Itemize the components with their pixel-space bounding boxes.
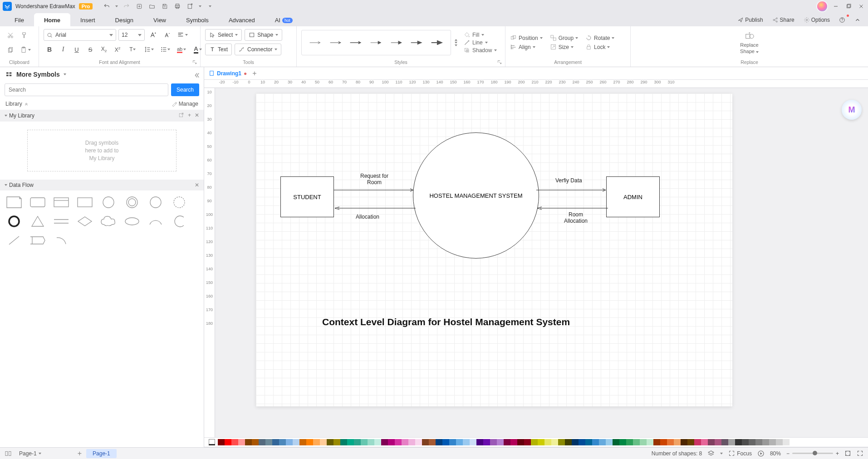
layers-icon[interactable] (707, 450, 715, 457)
add-icon[interactable]: + (188, 112, 191, 119)
share-button[interactable]: Share (770, 15, 797, 24)
paste-button[interactable] (18, 44, 33, 56)
color-swatch[interactable] (647, 439, 653, 445)
fill-button[interactable]: Fill (464, 32, 497, 38)
shape-circle-bold[interactable] (5, 214, 24, 229)
add-page-button[interactable]: + (78, 449, 82, 458)
increase-font-button[interactable] (147, 29, 159, 41)
color-swatch[interactable] (422, 439, 429, 445)
menu-advanced[interactable]: Advanced (219, 13, 265, 26)
color-swatch[interactable] (667, 439, 674, 445)
menu-home[interactable]: Home (34, 13, 70, 26)
doc-tab[interactable]: Drawing1 ● (209, 70, 247, 77)
color-swatch[interactable] (361, 439, 368, 445)
color-swatch[interactable] (606, 439, 613, 445)
menu-insert[interactable]: Insert (70, 13, 105, 26)
label-alloc[interactable]: Allocation (356, 214, 379, 220)
color-swatch[interactable] (313, 439, 320, 445)
color-swatch[interactable] (293, 439, 299, 445)
decrease-font-button[interactable] (161, 29, 173, 41)
menu-ai[interactable]: AI hot (265, 13, 303, 26)
minimize-button[interactable] (832, 2, 840, 10)
line-spacing-button[interactable] (142, 44, 156, 55)
user-avatar[interactable] (817, 1, 827, 11)
strikethrough-button[interactable]: S (84, 44, 96, 55)
shape-tool[interactable]: Shape (245, 29, 282, 41)
color-swatch[interactable] (504, 439, 510, 445)
italic-button[interactable]: I (57, 44, 69, 55)
color-swatch[interactable] (218, 439, 225, 445)
connector-tool[interactable]: Connector (235, 44, 281, 55)
size-button[interactable]: Size (550, 44, 578, 50)
undo-button[interactable] (103, 2, 111, 10)
color-swatch[interactable] (599, 439, 606, 445)
color-swatch[interactable] (408, 439, 415, 445)
color-swatch[interactable] (354, 439, 361, 445)
maximize-button[interactable] (844, 2, 853, 10)
color-swatch[interactable] (687, 439, 694, 445)
color-swatch[interactable] (415, 439, 422, 445)
position-button[interactable]: Position (510, 34, 543, 41)
color-swatch[interactable] (395, 439, 402, 445)
bold-button[interactable]: B (44, 44, 55, 55)
copy-button[interactable] (5, 44, 16, 56)
color-swatch[interactable] (572, 439, 579, 445)
pages-icon[interactable] (5, 450, 12, 457)
arrow-alloc[interactable] (334, 206, 416, 210)
color-swatch[interactable] (517, 439, 524, 445)
focus-button[interactable]: Focus (728, 450, 752, 457)
page-dropdown[interactable]: Page-1 (16, 449, 73, 458)
bullets-button[interactable] (158, 44, 172, 55)
color-swatch[interactable] (721, 439, 728, 445)
diagram-title[interactable]: Context Level Diagram for Hostel Managem… (322, 317, 570, 327)
color-swatch[interactable] (551, 439, 558, 445)
subscript-button[interactable]: X2 (98, 44, 110, 55)
format-painter-button[interactable] (18, 29, 30, 41)
color-swatch[interactable] (476, 439, 483, 445)
color-swatch[interactable] (470, 439, 476, 445)
select-tool[interactable]: Select (205, 29, 242, 41)
color-swatch[interactable] (306, 439, 313, 445)
color-swatch[interactable] (585, 439, 592, 445)
rotate-button[interactable]: Rotate (585, 34, 614, 41)
shape-double-line[interactable] (52, 214, 71, 229)
color-swatch[interactable] (429, 439, 436, 445)
color-swatch[interactable] (565, 439, 572, 445)
collapse-ribbon[interactable] (852, 15, 863, 24)
fit-page-icon[interactable] (844, 450, 851, 457)
color-swatch[interactable] (735, 439, 742, 445)
shape-circle[interactable] (99, 195, 118, 210)
shape-circle-thin[interactable] (146, 195, 165, 210)
color-swatch[interactable] (374, 439, 381, 445)
color-swatch[interactable] (381, 439, 388, 445)
shape-line[interactable] (5, 233, 24, 248)
shape-circle-dash[interactable] (170, 195, 189, 210)
color-swatch[interactable] (674, 439, 681, 445)
color-swatch[interactable] (776, 439, 783, 445)
color-swatch[interactable] (783, 439, 790, 445)
line-button[interactable]: Line (464, 39, 497, 46)
color-swatch[interactable] (231, 439, 238, 445)
fill-indicator[interactable] (208, 438, 216, 446)
close-button[interactable] (857, 2, 865, 10)
styles-launcher[interactable] (497, 59, 502, 65)
color-swatch[interactable] (510, 439, 517, 445)
color-swatch[interactable] (694, 439, 701, 445)
color-swatch[interactable] (531, 439, 538, 445)
font-launcher[interactable] (192, 59, 197, 65)
zoom-in[interactable]: + (836, 450, 839, 457)
shape-cloud[interactable] (99, 214, 118, 229)
color-swatch[interactable] (660, 439, 667, 445)
menu-view[interactable]: View (143, 13, 176, 26)
text-align-button[interactable] (175, 29, 190, 41)
color-swatch[interactable] (327, 439, 333, 445)
panel-header[interactable]: More Symbols (0, 67, 204, 82)
add-tab-button[interactable]: + (252, 69, 256, 78)
color-swatch[interactable] (299, 439, 306, 445)
color-swatch[interactable] (483, 439, 490, 445)
color-swatch[interactable] (265, 439, 272, 445)
color-swatch[interactable] (708, 439, 715, 445)
undo-dropdown[interactable] (115, 5, 118, 7)
arrow-req[interactable] (334, 188, 416, 192)
color-swatch[interactable] (320, 439, 327, 445)
